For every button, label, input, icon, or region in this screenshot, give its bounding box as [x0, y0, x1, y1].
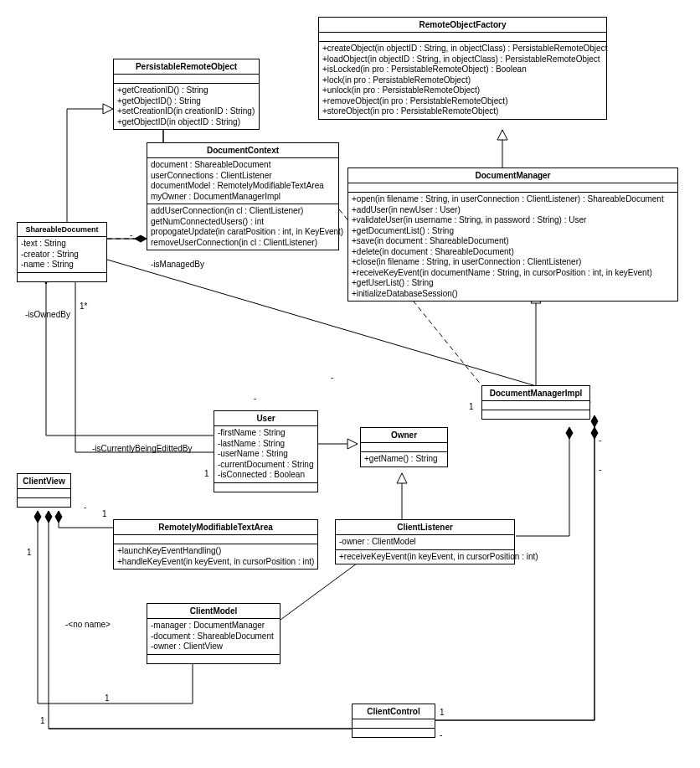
member-row: myOwner : DocumentManagerImpl: [151, 192, 335, 203]
class-document-context: DocumentContext document : ShareableDocu…: [147, 142, 339, 250]
member-row: +lock(in pro : PersistableRemoteObject): [322, 75, 603, 86]
mult-dash: -: [254, 394, 256, 403]
class-user: User -firstName : String-lastName : Stri…: [214, 410, 318, 492]
class-shareable-document: ShareableDocument -text : String-creator…: [17, 222, 107, 282]
label-is-owned-by: -isOwnedBy: [25, 310, 70, 319]
class-owner: Owner +getName() : String: [360, 427, 448, 467]
class-title: ClientControl: [353, 704, 435, 719]
member-row: +receiveKeyEvent(in documentName : Strin…: [352, 268, 674, 279]
class-client-view: ClientView: [17, 473, 71, 508]
mult-1: 1: [40, 716, 45, 725]
member-row: +removeObject(in pro : PersistableRemote…: [322, 96, 603, 107]
member-row: +receiveKeyEvent(in keyEvent, in cursorP…: [339, 552, 511, 563]
class-title: RemoteObjectFactory: [319, 18, 606, 33]
member-row: -text : String: [21, 239, 103, 250]
member-row: +delete(in document : ShareableDocument): [352, 247, 674, 258]
mult-1: 1: [102, 509, 107, 518]
member-row: -owner : ClientView: [151, 642, 276, 652]
class-client-model: ClientModel -manager : DocumentManager-d…: [147, 603, 281, 664]
member-row: +getUserList() : String: [352, 278, 674, 289]
mult-1: 1: [440, 708, 445, 717]
class-title: DocumentManagerImpl: [482, 386, 589, 401]
member-row: +setCreationID(in creationID : String): [117, 106, 255, 117]
mult-1: 1: [204, 469, 209, 478]
member-row: +getCreationID() : String: [117, 85, 255, 96]
member-row: -isConnected : Boolean: [218, 470, 314, 481]
member-row: removeUserConnection(in cl : ClientListe…: [151, 238, 335, 249]
class-remote-object-factory: RemoteObjectFactory +createObject(in obj…: [318, 17, 607, 120]
member-row: userConnections : ClientListener: [151, 171, 335, 182]
member-row: +open(in filename : String, in userConne…: [352, 194, 674, 205]
label-is-currently-being-editted-by: -isCurrentlyBeingEdittedBy: [92, 444, 193, 453]
label-is-managed-by: -isManagedBy: [151, 260, 204, 269]
member-row: getNumConnectedUsers() : int: [151, 217, 335, 228]
member-row: +getName() : String: [364, 454, 444, 465]
mult-dash: -: [130, 230, 132, 240]
class-title: DocumentManager: [348, 168, 677, 183]
label-no-name: -<no name>: [65, 620, 111, 629]
class-client-control: ClientControl: [352, 704, 435, 738]
member-row: document : ShareableDocument: [151, 160, 335, 171]
mult-dash: -: [331, 373, 333, 382]
member-row: +getObjectID(in objectID : String): [117, 117, 255, 128]
member-row: +loadObject(in objectID : String, in obj…: [322, 54, 603, 65]
mult-1star: 1*: [80, 302, 87, 311]
mult-dash: -: [84, 503, 86, 512]
class-remotely-modifiable-text-area: RemotelyModifiableTextArea +launchKeyEve…: [113, 519, 318, 570]
member-row: +unlock(in pro : PersistableRemoteObject…: [322, 85, 603, 96]
member-row: +close(in filename : String, in userConn…: [352, 257, 674, 268]
class-client-listener: ClientListener -owner : ClientModel +rec…: [335, 519, 515, 564]
class-document-manager: DocumentManager +open(in filename : Stri…: [347, 168, 678, 302]
mult-dash: -: [599, 436, 601, 445]
member-row: -manager : DocumentManager: [151, 621, 276, 631]
member-row: +launchKeyEventHandling(): [117, 546, 314, 557]
member-row: +createObject(in objectID : String, in o…: [322, 44, 603, 54]
member-row: documentModel : RemotelyModifiableTextAr…: [151, 181, 335, 192]
mult-1: 1: [27, 548, 32, 557]
class-title: ClientView: [18, 474, 70, 489]
member-row: +handleKeyEvent(in keyEvent, in cursorPo…: [117, 557, 314, 568]
class-persistable-remote-object: PersistableRemoteObject +getCreationID()…: [113, 59, 260, 130]
class-title: ClientListener: [336, 520, 514, 535]
mult-dash: -: [440, 730, 442, 740]
class-title: RemotelyModifiableTextArea: [114, 520, 317, 535]
class-title: PersistableRemoteObject: [114, 59, 259, 75]
member-row: +isLocked(in pro : PersistableRemoteObje…: [322, 64, 603, 75]
class-title: User: [214, 411, 317, 426]
member-row: -currentDocument : String: [218, 460, 314, 471]
member-row: propogateUpdate(in caratPosition : int, …: [151, 227, 335, 238]
class-title: Owner: [361, 428, 447, 443]
member-row: -creator : String: [21, 250, 103, 260]
mult-1: 1: [105, 693, 110, 703]
member-row: -owner : ClientModel: [339, 537, 511, 548]
mult-dash: -: [599, 465, 601, 474]
class-title: DocumentContext: [147, 143, 338, 158]
member-row: +getDocumentList() : String: [352, 226, 674, 237]
member-row: -document : ShareableDocument: [151, 631, 276, 642]
member-row: +initializeDatabaseSession(): [352, 289, 674, 300]
class-title: ClientModel: [147, 604, 280, 619]
member-row: +storeObject(in pro : PersistableRemoteO…: [322, 106, 603, 117]
member-row: +validateUser(in username : String, in p…: [352, 215, 674, 226]
member-row: -name : String: [21, 260, 103, 271]
mult-1: 1: [469, 402, 474, 411]
member-row: -firstName : String: [218, 428, 314, 439]
class-document-manager-impl: DocumentManagerImpl: [481, 385, 590, 420]
member-row: -lastName : String: [218, 439, 314, 450]
class-title: ShareableDocument: [18, 223, 106, 237]
member-row: +getObjectID() : String: [117, 96, 255, 107]
member-row: addUserConnection(in cl : ClientListener…: [151, 206, 335, 217]
member-row: +save(in document : ShareableDocument): [352, 236, 674, 247]
member-row: +addUser(in newUser : User): [352, 205, 674, 216]
member-row: -userName : String: [218, 449, 314, 460]
